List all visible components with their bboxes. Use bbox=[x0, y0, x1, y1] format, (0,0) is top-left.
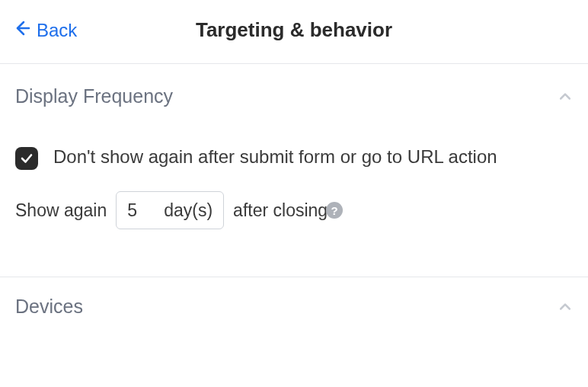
section-body-display-frequency: Don't show again after submit form or go… bbox=[15, 110, 573, 246]
help-icon[interactable]: ? bbox=[326, 202, 343, 219]
checkbox-dont-show[interactable] bbox=[15, 147, 38, 170]
show-again-suffix: after closing bbox=[233, 200, 328, 221]
check-icon bbox=[20, 152, 34, 165]
back-label: Back bbox=[37, 20, 77, 41]
show-again-value: 5 bbox=[127, 200, 142, 221]
page-header: Back Targeting & behavior bbox=[0, 0, 588, 63]
section-devices: Devices bbox=[0, 277, 588, 321]
section-header-display-frequency[interactable]: Display Frequency bbox=[15, 64, 573, 110]
checkbox-label-dont-show: Don't show again after submit form or go… bbox=[53, 144, 497, 170]
page-title: Targeting & behavior bbox=[15, 18, 573, 42]
section-header-devices[interactable]: Devices bbox=[15, 277, 573, 321]
checkbox-row-dont-show: Don't show again after submit form or go… bbox=[15, 144, 573, 191]
chevron-up-icon bbox=[558, 89, 573, 104]
show-again-input[interactable]: 5 day(s) bbox=[116, 191, 224, 229]
back-arrow-icon bbox=[12, 19, 30, 42]
section-display-frequency: Display Frequency Don't show again after… bbox=[0, 64, 588, 246]
back-button[interactable]: Back bbox=[12, 19, 77, 42]
show-again-prefix: Show again bbox=[15, 200, 107, 221]
show-again-unit: day(s) bbox=[164, 200, 213, 221]
section-title-display-frequency: Display Frequency bbox=[15, 85, 173, 107]
chevron-up-icon bbox=[558, 299, 573, 315]
section-title-devices: Devices bbox=[15, 296, 83, 318]
show-again-row: Show again 5 day(s) after closing ? bbox=[15, 191, 573, 229]
